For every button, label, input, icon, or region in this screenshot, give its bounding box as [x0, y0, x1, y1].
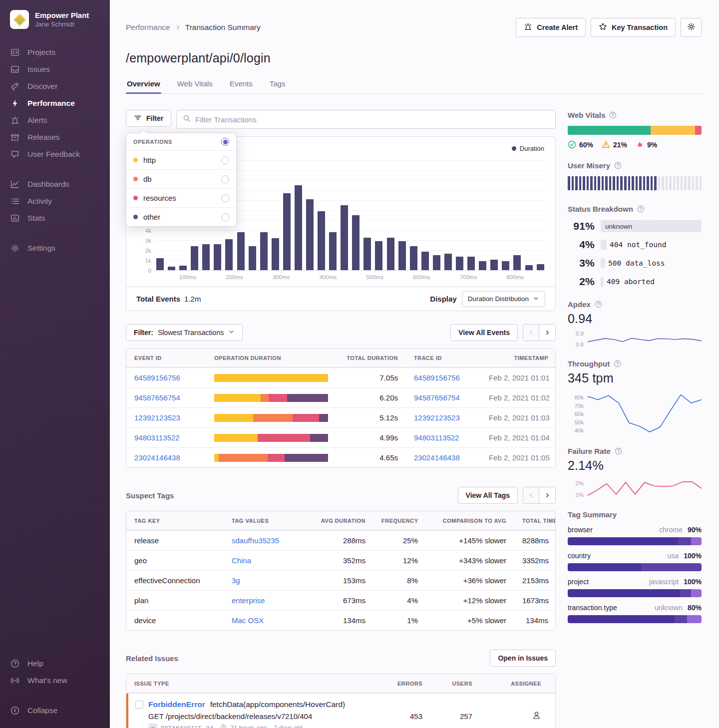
operations-all-radio[interactable] [221, 138, 229, 146]
breadcrumb-performance[interactable]: Performance [126, 23, 170, 32]
sidebar-item-collapse[interactable]: Collapse [0, 702, 110, 719]
event-id-link[interactable]: 64589156756 [134, 373, 180, 382]
sidebar-item-stats[interactable]: Stats [0, 210, 110, 227]
view-all-tags-button[interactable]: View All Tags [458, 487, 518, 504]
issue-checkbox[interactable] [135, 701, 143, 709]
question-circle-icon[interactable] [637, 205, 645, 213]
transaction-search-input[interactable] [195, 115, 549, 124]
pager-next-button[interactable] [539, 487, 555, 503]
performance-icon [10, 99, 20, 108]
sidebar-item-user-feedback[interactable]: User Feedback [0, 146, 110, 163]
status-small-row: 500 data_loss [601, 258, 702, 268]
tag-summary-key: project [568, 578, 644, 586]
trace-id-link[interactable]: 23024146438 [414, 453, 460, 462]
issue-subtitle: GET /projects/direct/backend/releases/v7… [148, 712, 372, 721]
tag-key-cell: geo [126, 556, 224, 565]
sidebar-footer: HelpWhat's newCollapse [0, 655, 110, 719]
user-misery-segment [662, 176, 664, 190]
total-time-lost-cell: 134ms [514, 616, 556, 625]
issue-type-link[interactable]: ForbiddenError [148, 700, 205, 709]
trace-id-link[interactable]: 12392123523 [414, 413, 460, 422]
column-header-operation-duration: OPERATION DURATION [206, 355, 336, 361]
event-id-link[interactable]: 23024146438 [134, 453, 180, 462]
trace-id-link[interactable]: 94803113522 [414, 433, 459, 442]
chevron-right-icon [174, 24, 181, 31]
sidebar-item-discover[interactable]: Discover [0, 78, 110, 95]
column-header-total-duration: TOTAL DURATION [336, 355, 406, 361]
operation-option-radio[interactable] [221, 175, 229, 183]
question-circle-icon[interactable] [595, 301, 602, 308]
sidebar-item-activity[interactable]: Activity [0, 193, 110, 210]
slowest-transactions-select[interactable]: Filter: Slowest Transactions [126, 324, 243, 341]
person-icon[interactable] [532, 711, 541, 722]
histogram-x-tick [375, 271, 375, 273]
sidebar-item-alerts[interactable]: Alerts [0, 112, 110, 129]
sidebar-item-settings[interactable]: Settings [0, 240, 110, 257]
histogram-bar [341, 205, 348, 270]
question-circle-icon[interactable] [609, 111, 617, 119]
events-filter-value: Slowest Transactions [158, 329, 224, 337]
tag-summary-labels: countryusa100% [568, 552, 702, 560]
tag-value-link[interactable]: Mac OSX [232, 616, 264, 625]
trace-id-link[interactable]: 64589156756 [414, 373, 460, 382]
pager-previous-button[interactable] [523, 325, 539, 341]
user-misery-segment [609, 176, 612, 190]
operation-duration-bar [214, 434, 328, 442]
tag-value-link[interactable]: China [232, 556, 251, 565]
question-circle-icon[interactable] [614, 360, 621, 367]
tag-summary-bar-segment [687, 615, 702, 623]
tag-value-link[interactable]: 3g [232, 576, 240, 585]
operation-segment-orange [253, 414, 293, 422]
operation-segment-yellow [214, 434, 258, 442]
operation-option-http[interactable]: http [126, 151, 236, 170]
open-in-issues-button[interactable]: Open in Issues [490, 650, 556, 667]
tab-events[interactable]: Events [229, 75, 254, 93]
user-misery-segment [590, 176, 593, 190]
tag-value-link[interactable]: enterprise [232, 596, 265, 605]
sidebar-item-issues[interactable]: Issues [0, 61, 110, 78]
tab-web-vitals[interactable]: Web Vitals [176, 75, 214, 93]
settings-gear-button[interactable] [681, 18, 702, 37]
project-badge[interactable]: BOTANAVOICE-34 [148, 724, 213, 728]
sidebar-item-dashboards[interactable]: Dashboards [0, 176, 110, 193]
pager-previous-button[interactable] [523, 487, 539, 503]
sidebar-item-what-s-new[interactable]: What's new [0, 672, 110, 689]
sidebar-item-projects[interactable]: Projects [0, 44, 110, 61]
question-circle-icon[interactable] [614, 162, 622, 169]
failure-rate-heading: Failure Rate [568, 447, 611, 455]
view-all-events-button[interactable]: View All Events [450, 324, 518, 341]
operation-option-db[interactable]: db [126, 170, 236, 189]
display-select[interactable]: Duration Distribution [462, 291, 545, 307]
filter-button[interactable]: Filter [126, 110, 171, 127]
sidebar-item-help[interactable]: Help [0, 655, 110, 672]
sidebar-item-performance[interactable]: Performance [0, 95, 110, 112]
operation-option-resources[interactable]: resources [126, 189, 236, 208]
event-id-link[interactable]: 12392123523 [134, 413, 180, 422]
org-switcher[interactable]: Empower Plant Jane Schmidt [0, 10, 110, 29]
tab-tags[interactable]: Tags [269, 75, 287, 93]
column-header-trace-id: TRACE ID [406, 355, 481, 361]
event-id-link[interactable]: 94587656754 [134, 393, 180, 402]
pager-next-button[interactable] [539, 325, 555, 341]
question-circle-icon[interactable] [615, 447, 622, 455]
histogram-bar [283, 193, 291, 270]
event-id-link[interactable]: 94803113522 [134, 433, 180, 442]
key-transaction-button[interactable]: Key Transaction [591, 18, 676, 37]
user-misery-segment [673, 176, 676, 190]
related-issues-heading: Related Issues [126, 654, 178, 663]
histogram-y-label: 0 [135, 268, 151, 274]
fire-icon [636, 140, 644, 149]
operation-option-radio[interactable] [221, 194, 229, 202]
legend-label: Duration [520, 145, 544, 152]
operation-option-radio[interactable] [221, 156, 229, 164]
frequency-cell: 1% [373, 616, 426, 625]
tab-overview[interactable]: Overview [126, 75, 161, 93]
operation-option-radio[interactable] [221, 213, 229, 221]
column-header-comparison-to-avg: COMPARISON TO AVG [426, 518, 514, 524]
tag-value-link[interactable]: sdaufhu35235 [232, 536, 279, 545]
sidebar-item-releases[interactable]: Releases [0, 129, 110, 146]
trace-id-link[interactable]: 94587656754 [414, 393, 460, 402]
table-row: 948031135224.99s94803113522Feb 2, 2021 0… [126, 427, 555, 447]
operation-option-other[interactable]: other [126, 208, 236, 226]
create-alert-button[interactable]: Create Alert [516, 18, 586, 37]
